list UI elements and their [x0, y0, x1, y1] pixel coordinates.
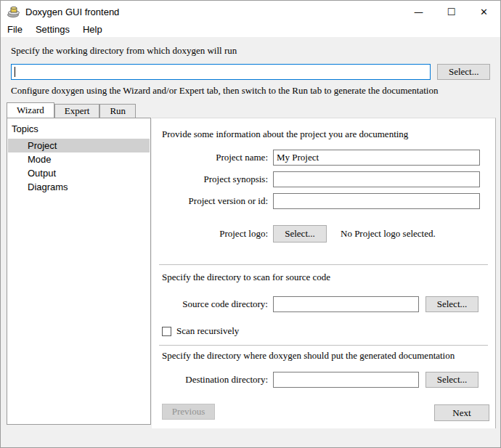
previous-button[interactable]: Previous	[162, 404, 215, 420]
project-synopsis-label: Project synopsis:	[152, 174, 268, 185]
topics-header: Topics	[7, 118, 150, 139]
maximize-icon: ☐	[447, 7, 456, 17]
app-window: Doxygen GUI frontend — ☐ ✕ File Settings…	[0, 0, 501, 448]
project-logo-row: Project logo: Select... No Project logo …	[152, 225, 436, 243]
tab-expert[interactable]: Expert	[54, 104, 100, 118]
topic-item-output[interactable]: Output	[8, 166, 150, 180]
project-logo-select-button[interactable]: Select...	[273, 225, 327, 243]
working-dir-select-button[interactable]: Select...	[437, 64, 490, 80]
source-dir-select-button[interactable]: Select...	[425, 296, 478, 312]
source-section-heading: Specify the directory to scan for source…	[162, 272, 330, 283]
text-cursor	[15, 67, 15, 77]
close-icon: ✕	[480, 7, 488, 17]
menu-settings[interactable]: Settings	[29, 23, 76, 37]
menu-help[interactable]: Help	[76, 23, 109, 37]
working-dir-input-wrap	[11, 64, 431, 80]
project-version-input[interactable]	[273, 193, 480, 209]
source-dir-label: Source code directory:	[152, 298, 268, 310]
project-logo-status: No Project logo selected.	[341, 228, 436, 240]
topics-panel: Topics Project Mode Output Diagrams	[7, 118, 151, 425]
project-name-input[interactable]	[273, 150, 480, 166]
title-bar: Doxygen GUI frontend — ☐ ✕	[1, 1, 500, 23]
project-version-row: Project version or id:	[152, 193, 480, 209]
project-name-label: Project name:	[152, 152, 268, 163]
minimize-icon: —	[414, 7, 423, 17]
close-button[interactable]: ✕	[468, 1, 500, 23]
scan-recursively-checkbox[interactable]	[162, 327, 171, 336]
doxygen-app-icon	[7, 6, 21, 17]
window-controls: — ☐ ✕	[402, 1, 500, 23]
project-version-label: Project version or id:	[152, 195, 268, 207]
dest-dir-row: Destination directory: Select...	[152, 372, 478, 388]
working-dir-label: Specify the working directory from which…	[11, 45, 490, 57]
project-synopsis-row: Project synopsis:	[152, 171, 480, 187]
source-dir-row: Source code directory: Select...	[152, 296, 478, 312]
maximize-button[interactable]: ☐	[435, 1, 468, 23]
tab-bar: Wizard Expert Run	[7, 102, 136, 118]
topic-item-project[interactable]: Project	[8, 139, 150, 152]
tab-wizard[interactable]: Wizard	[7, 102, 54, 118]
section-divider	[159, 345, 488, 346]
working-dir-row: Select...	[11, 64, 490, 80]
menu-file[interactable]: File	[1, 23, 29, 37]
dest-section-heading: Specify the directory where doxygen shou…	[162, 350, 455, 362]
dest-dir-select-button[interactable]: Select...	[425, 372, 478, 388]
next-button[interactable]: Next	[434, 404, 489, 421]
topic-item-diagrams[interactable]: Diagrams	[8, 180, 150, 194]
project-intro-text: Provide some information about the proje…	[162, 129, 408, 140]
menu-bar: File Settings Help	[1, 23, 500, 37]
minimize-button[interactable]: —	[402, 1, 435, 23]
configure-hint: Configure doxygen using the Wizard and/o…	[11, 85, 490, 97]
tab-run[interactable]: Run	[99, 104, 136, 118]
project-logo-label: Project logo:	[152, 228, 268, 240]
source-dir-input[interactable]	[273, 296, 419, 312]
scan-recursively-label: Scan recursively	[176, 325, 239, 337]
section-divider	[159, 264, 488, 265]
working-dir-input[interactable]	[11, 64, 431, 80]
project-synopsis-input[interactable]	[273, 171, 480, 187]
wizard-page: Provide some information about the proje…	[152, 118, 496, 428]
dest-dir-input[interactable]	[273, 372, 419, 388]
topic-item-mode[interactable]: Mode	[8, 152, 150, 166]
scan-recursively-row: Scan recursively	[162, 325, 239, 337]
project-name-row: Project name:	[152, 150, 480, 166]
dest-dir-label: Destination directory:	[152, 374, 268, 386]
window-title: Doxygen GUI frontend	[25, 7, 119, 17]
